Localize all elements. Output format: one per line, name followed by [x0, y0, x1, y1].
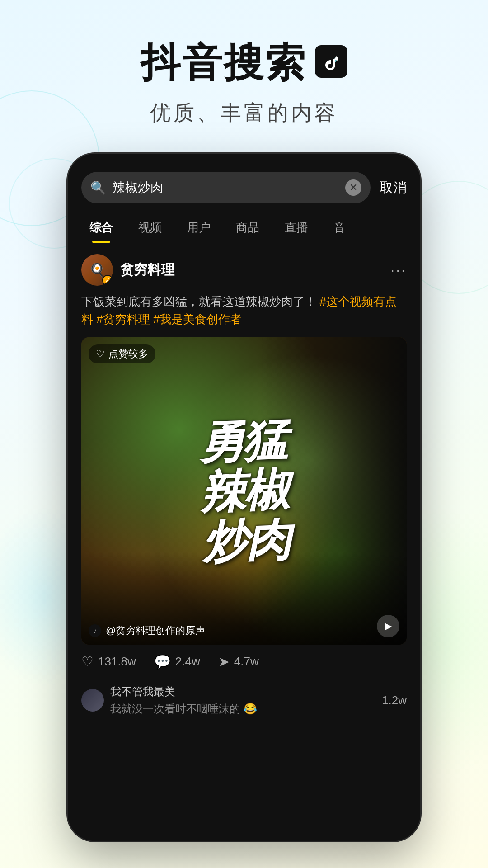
share-icon: ➤ [218, 654, 230, 670]
search-icon: 🔍 [90, 180, 106, 195]
avatar[interactable]: 🍳 ✓ [81, 254, 113, 286]
likes-value: 131.8w [98, 655, 136, 669]
video-thumbnail[interactable]: 勇猛辣椒炒肉 ♡ 点赞较多 ♪ @贫穷料理创作的原声 ▶ [81, 337, 407, 645]
content-area: 🍳 ✓ 贫穷料理 ··· 下饭菜到底有多凶猛，就看这道辣椒炒肉了！ #这个视频有… [68, 243, 420, 727]
tab-product[interactable]: 商品 [223, 212, 272, 243]
app-title-text: 抖音搜索 [141, 36, 307, 90]
comment-lines: 我不管我最美 我就没一次看时不咽唾沫的 😂 [110, 684, 257, 716]
comment-author: 我不管我最美 [110, 684, 257, 699]
like-badge: ♡ 点赞较多 [89, 344, 155, 363]
search-area: 🔍 辣椒炒肉 ✕ 取消 [68, 154, 420, 212]
tab-audio-label: 音 [333, 221, 345, 234]
tab-video-label: 视频 [138, 221, 162, 234]
verified-badge: ✓ [102, 275, 113, 286]
tab-bar: 综合 视频 用户 商品 直播 音 [68, 212, 420, 243]
more-options-button[interactable]: ··· [390, 262, 407, 278]
phone-inner: 🔍 辣椒炒肉 ✕ 取消 综合 视频 用户 商品 直播 [68, 154, 420, 841]
tab-audio[interactable]: 音 [321, 212, 358, 243]
engagement-bar: ♡ 131.8w 💬 2.4w ➤ 4.7w [81, 645, 407, 677]
tab-comprehensive[interactable]: 综合 [77, 212, 126, 243]
like-badge-text: 点赞较多 [108, 347, 148, 361]
clear-button[interactable]: ✕ [345, 179, 361, 196]
tab-live-label: 直播 [285, 221, 308, 234]
tab-live[interactable]: 直播 [272, 212, 321, 243]
tab-product-label: 商品 [236, 221, 259, 234]
user-row: 🍳 ✓ 贫穷料理 ··· [81, 254, 407, 286]
tab-comprehensive-label: 综合 [89, 221, 113, 234]
like-badge-heart: ♡ [96, 348, 105, 360]
comments-count[interactable]: 💬 2.4w [154, 654, 200, 670]
play-icon: ▶ [385, 620, 392, 632]
search-box[interactable]: 🔍 辣椒炒肉 ✕ [81, 172, 371, 203]
description-text: 下饭菜到底有多凶猛，就看这道辣椒炒肉了！ #这个视频有点料 #贫穷料理 #我是美… [81, 293, 407, 328]
tab-user[interactable]: 用户 [174, 212, 223, 243]
video-text-overlay: 勇猛辣椒炒肉 [81, 337, 407, 645]
desc-main: 下饭菜到底有多凶猛，就看这道辣椒炒肉了！ [81, 295, 316, 308]
clear-icon: ✕ [349, 182, 357, 193]
search-query-text: 辣椒炒肉 [113, 179, 339, 196]
comment-preview: 我不管我最美 我就没一次看时不咽唾沫的 😂 1.2w [81, 677, 407, 716]
comment-left: 我不管我最美 我就没一次看时不咽唾沫的 😂 [81, 684, 257, 716]
tiktok-mini-icon: ♪ [89, 624, 101, 637]
shares-count[interactable]: ➤ 4.7w [218, 654, 259, 670]
tiktok-logo-badge [315, 45, 347, 78]
main-title: 抖音搜索 [0, 36, 488, 90]
shares-value: 4.7w [234, 655, 259, 669]
cancel-button[interactable]: 取消 [380, 179, 407, 197]
username[interactable]: 贫穷料理 [120, 261, 174, 279]
comment-content: 我就没一次看时不咽唾沫的 😂 [110, 702, 257, 716]
video-calligraphy-text: 勇猛辣椒炒肉 [198, 415, 290, 567]
phone-frame: 🔍 辣椒炒肉 ✕ 取消 综合 视频 用户 商品 直播 [68, 154, 420, 841]
user-info: 🍳 ✓ 贫穷料理 [81, 254, 174, 286]
subtitle: 优质、丰富的内容 [0, 99, 488, 127]
tab-user-label: 用户 [187, 221, 211, 234]
header: 抖音搜索 优质、丰富的内容 [0, 36, 488, 127]
audio-bar: ♪ @贫穷料理创作的原声 [89, 624, 205, 637]
likes-count[interactable]: ♡ 131.8w [81, 654, 136, 670]
comments-value: 2.4w [175, 655, 200, 669]
play-button[interactable]: ▶ [377, 615, 399, 637]
audio-text: @贫穷料理创作的原声 [106, 624, 205, 637]
comment-count: 1.2w [382, 693, 407, 708]
heart-icon: ♡ [81, 654, 94, 670]
tab-video[interactable]: 视频 [126, 212, 174, 243]
comment-avatar [81, 689, 104, 712]
chat-icon: 💬 [154, 654, 171, 670]
